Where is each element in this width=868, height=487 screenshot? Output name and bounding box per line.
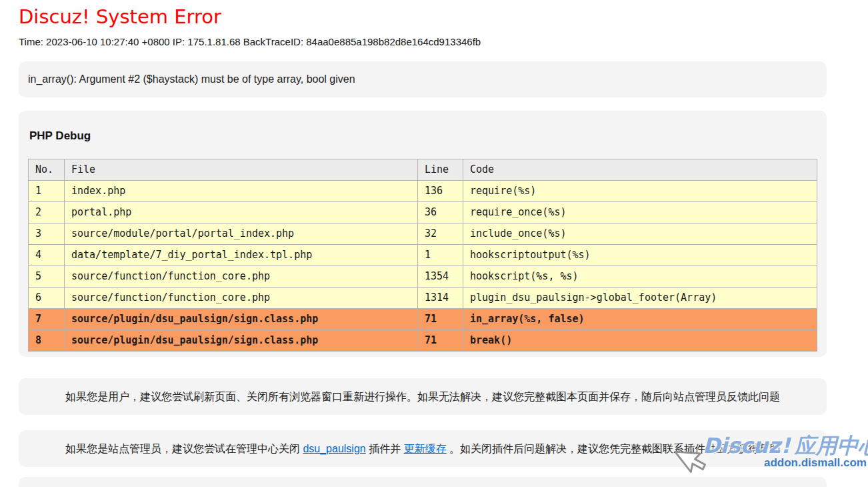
cell-line: 71 — [418, 309, 463, 330]
cell-code: in_array(%s, false) — [463, 309, 817, 330]
table-row: 3 source/module/portal/portal_index.php … — [29, 223, 817, 245]
cell-file: source/function/function_core.php — [65, 288, 418, 309]
cell-no: 6 — [29, 288, 65, 309]
cell-file: data/template/7_diy_portal_index.tpl.php — [65, 245, 418, 266]
php-debug-box: PHP Debug No. File Line Code 1 index.php… — [19, 111, 827, 357]
error-page: Discuz! System Error Time: 2023-06-10 10… — [0, 5, 868, 487]
cell-line: 1314 — [418, 288, 463, 309]
cell-file: index.php — [65, 181, 418, 202]
table-row: 6 source/function/function_core.php 1314… — [29, 288, 817, 309]
table-header-row: No. File Line Code — [29, 159, 817, 181]
table-row: 4 data/template/7_diy_portal_index.tpl.p… — [29, 245, 817, 266]
update-cache-link[interactable]: 更新缓存 — [404, 443, 447, 454]
cell-code: break() — [463, 330, 817, 352]
cell-file: portal.php — [65, 202, 418, 223]
admin-advice-middle: 插件并 — [366, 443, 404, 454]
debug-table-body: 1 index.php 136 require(%s) 2 portal.php… — [29, 181, 817, 352]
cell-no: 4 — [29, 245, 65, 266]
column-header-line: Line — [418, 159, 463, 181]
user-advice-box: 如果您是用户，建议您尝试刷新页面、关闭所有浏览器窗口重新进行操作。如果无法解决，… — [19, 378, 827, 415]
cell-line: 1 — [418, 245, 463, 266]
cell-line: 71 — [418, 330, 463, 352]
column-header-file: File — [65, 159, 418, 181]
php-debug-heading: PHP Debug — [29, 129, 817, 143]
cell-line: 136 — [418, 181, 463, 202]
column-header-code: Code — [463, 159, 817, 181]
cell-no: 8 — [29, 330, 65, 352]
page-title: Discuz! System Error — [19, 5, 827, 28]
cell-code: hookscriptoutput(%s) — [463, 245, 817, 266]
cell-file: source/plugin/dsu_paulsign/sign.class.ph… — [65, 330, 418, 352]
cell-no: 1 — [29, 181, 65, 202]
admin-advice-suffix: 。如关闭插件后问题解决，建议您凭完整截图联系插件供应方获得帮助 — [447, 443, 780, 454]
cell-code: require_once(%s) — [463, 202, 817, 223]
table-row: 7 source/plugin/dsu_paulsign/sign.class.… — [29, 309, 817, 330]
cell-no: 3 — [29, 223, 65, 245]
meta-line: Time: 2023-06-10 10:27:40 +0800 IP: 175.… — [19, 36, 827, 48]
cell-no: 2 — [29, 202, 65, 223]
admin-advice-prefix: 如果您是站点管理员，建议您尝试在管理中心关闭 — [65, 443, 303, 454]
error-message-box: in_array(): Argument #2 ($haystack) must… — [19, 61, 827, 97]
cell-file: source/plugin/dsu_paulsign/sign.class.ph… — [65, 309, 418, 330]
user-advice-text: 如果您是用户，建议您尝试刷新页面、关闭所有浏览器窗口重新进行操作。如果无法解决，… — [65, 391, 780, 402]
cell-code: plugin_dsu_paulsign->global_footer(Array… — [463, 288, 817, 309]
cell-line: 1354 — [418, 266, 463, 288]
php-debug-table: No. File Line Code 1 index.php 136 requi… — [28, 159, 817, 352]
cell-file: source/module/portal/portal_index.php — [65, 223, 418, 245]
cell-line: 36 — [418, 202, 463, 223]
table-row: 5 source/function/function_core.php 1354… — [29, 266, 817, 288]
plugin-link[interactable]: dsu_paulsign — [303, 443, 365, 454]
cell-line: 32 — [418, 223, 463, 245]
cell-code: include_once(%s) — [463, 223, 817, 245]
cell-no: 5 — [29, 266, 65, 288]
table-row: 8 source/plugin/dsu_paulsign/sign.class.… — [29, 330, 817, 352]
error-message-text: in_array(): Argument #2 ($haystack) must… — [28, 73, 355, 85]
table-row: 2 portal.php 36 require_once(%s) — [29, 202, 817, 223]
column-header-no: No. — [29, 159, 65, 181]
cell-code: require(%s) — [463, 181, 817, 202]
admin-advice-box: 如果您是站点管理员，建议您尝试在管理中心关闭 dsu_paulsign 插件并 … — [19, 430, 827, 467]
cutoff-box — [19, 477, 827, 487]
cell-no: 7 — [29, 309, 65, 330]
cell-file: source/function/function_core.php — [65, 266, 418, 288]
cell-code: hookscript(%s, %s) — [463, 266, 817, 288]
table-row: 1 index.php 136 require(%s) — [29, 181, 817, 202]
